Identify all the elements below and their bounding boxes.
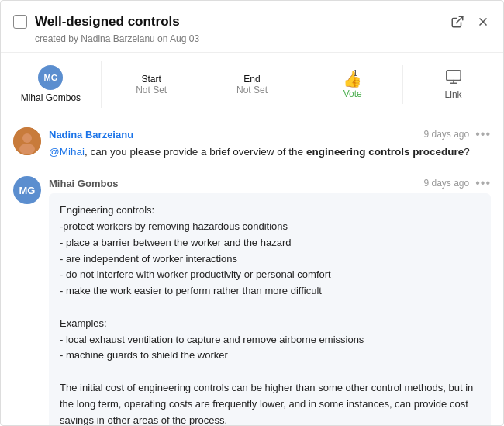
msg-body-nadina: Nadina Barzeianu 9 days ago ••• @Mihai, …	[49, 127, 491, 160]
timestamp-nadina: 9 days ago	[423, 129, 469, 140]
author-mihai: Mihai Gombos	[49, 178, 119, 189]
line5: - do not interfere with worker productiv…	[60, 267, 480, 283]
avatar-mihai: MG	[13, 176, 41, 204]
vote-count: 1	[353, 68, 357, 78]
title-row: Well-designed controls	[13, 13, 491, 30]
link-icon	[445, 68, 462, 89]
vote-meta[interactable]: 1 👍 Vote	[302, 65, 403, 104]
message-nadina: Nadina Barzeianu 9 days ago ••• @Mihai, …	[13, 119, 491, 168]
msg-meta-nadina: 9 days ago •••	[423, 127, 491, 141]
bold-text: engineering controls procedure	[306, 146, 464, 158]
msg-header-nadina: Nadina Barzeianu 9 days ago •••	[49, 127, 491, 141]
chat-area: Nadina Barzeianu 9 days ago ••• @Mihai, …	[1, 113, 503, 425]
msg-meta-mihai: 9 days ago •••	[423, 176, 491, 190]
task-checkbox[interactable]	[13, 15, 27, 29]
svg-point-5	[22, 133, 32, 143]
svg-rect-3	[446, 71, 460, 81]
title-left: Well-designed controls	[13, 14, 180, 29]
timestamp-mihai: 9 days ago	[423, 178, 469, 189]
vote-label: Vote	[343, 88, 362, 99]
examples-header: Examples:	[60, 316, 480, 332]
start-meta[interactable]: Start Not Set	[102, 69, 202, 100]
task-modal: Well-designed controls cr	[0, 0, 504, 426]
link-label: Link	[445, 89, 462, 100]
assignee-meta[interactable]: MG Mihai Gombos	[1, 61, 102, 108]
svg-line-0	[457, 16, 463, 23]
line2: -protect workers by removing hazardous c…	[60, 219, 480, 235]
end-label: End	[243, 74, 260, 85]
conclusion: The initial cost of engineering controls…	[60, 380, 480, 425]
line4: - are independent of worker interactions	[60, 251, 480, 268]
assignee-avatar: MG	[38, 65, 63, 90]
more-options-nadina[interactable]: •••	[475, 127, 491, 141]
link-meta[interactable]: Link	[403, 64, 503, 105]
msg-text-nadina: @Mihai, can you please provide a brief o…	[49, 144, 491, 160]
modal-header: Well-designed controls cr	[1, 1, 503, 53]
example2: - machine guards to shield the worker	[60, 348, 480, 364]
end-meta[interactable]: End Not Set	[202, 69, 303, 100]
avatar-nadina	[13, 127, 41, 155]
example1: - local exhaust ventilation to capture a…	[60, 332, 480, 348]
author-nadina: Nadina Barzeianu	[49, 129, 133, 140]
meta-bar: MG Mihai Gombos Start Not Set End Not Se…	[1, 53, 503, 113]
more-options-mihai[interactable]: •••	[475, 176, 491, 190]
end-value: Not Set	[236, 85, 268, 95]
vote-section: 1 👍 Vote	[343, 70, 362, 99]
assignee-name: Mihai Gombos	[21, 92, 81, 103]
message-mihai: MG Mihai Gombos 9 days ago ••• Engineeri…	[13, 168, 491, 425]
title-actions	[449, 13, 491, 30]
msg-body-mihai: Mihai Gombos 9 days ago ••• Engineering …	[49, 176, 491, 425]
line1: Engineering controls:	[60, 203, 480, 219]
export-button[interactable]	[449, 13, 466, 30]
modal-title: Well-designed controls	[35, 14, 180, 29]
start-value: Not Set	[136, 85, 167, 95]
msg-header-mihai: Mihai Gombos 9 days ago •••	[49, 176, 491, 190]
close-button[interactable]	[475, 14, 491, 29]
msg-block-mihai: Engineering controls: -protect workers b…	[49, 193, 491, 425]
start-label: Start	[142, 74, 161, 85]
svg-point-6	[19, 144, 35, 154]
line6: - make the work easier to perform rather…	[60, 283, 480, 300]
line3: - place a barrier between the worker and…	[60, 235, 480, 251]
mention-mihai: @Mihai	[49, 146, 85, 158]
modal-subtitle: created by Nadina Barzeianu on Aug 03	[35, 33, 491, 44]
